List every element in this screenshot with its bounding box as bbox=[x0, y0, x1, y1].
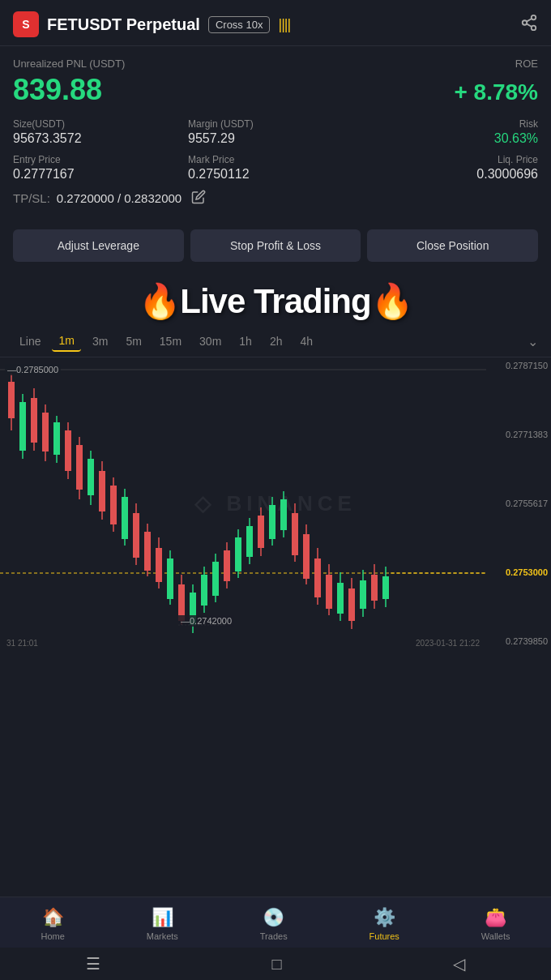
svg-point-1 bbox=[523, 20, 528, 25]
timeframe-bar: Line 1m 3m 5m 15m 30m 1h 2h 4h ⌄ bbox=[0, 326, 551, 357]
symbol-icon: S bbox=[13, 11, 39, 37]
pnl-section: Unrealized PNL (USDT) ROE 839.88 + 8.78%… bbox=[0, 46, 551, 226]
system-back-button[interactable]: ◁ bbox=[453, 954, 465, 974]
live-trading-banner: 🔥Live Trading🔥 bbox=[0, 273, 551, 326]
pnl-header-row: Unrealized PNL (USDT) ROE bbox=[13, 58, 538, 70]
pnl-value: 839.88 bbox=[13, 73, 102, 107]
time-label-2: 2023-01-31 21:22 bbox=[416, 639, 480, 648]
symbol-name: FETUSDT Perpetual bbox=[47, 15, 200, 34]
entry-stat: Entry Price 0.2777167 bbox=[13, 154, 188, 182]
svg-line-4 bbox=[527, 18, 532, 21]
markets-icon: 📊 bbox=[152, 907, 173, 928]
nav-wallets-label: Wallets bbox=[481, 931, 510, 941]
candlestick-chart bbox=[0, 357, 486, 649]
tf-4h[interactable]: 4h bbox=[293, 332, 319, 351]
tf-expand-icon[interactable]: ⌄ bbox=[528, 334, 538, 349]
system-home-button[interactable]: □ bbox=[271, 955, 281, 974]
size-stat: Size(USDT) 95673.3572 bbox=[13, 118, 188, 146]
roe-label: ROE bbox=[515, 58, 538, 70]
svg-line-3 bbox=[527, 24, 532, 27]
entry-value: 0.2777167 bbox=[13, 167, 188, 182]
edit-icon[interactable] bbox=[191, 190, 206, 207]
size-value: 95673.3572 bbox=[13, 131, 188, 146]
leverage-badge[interactable]: Cross 10x bbox=[208, 16, 271, 33]
share-icon[interactable] bbox=[520, 14, 538, 36]
tf-3m[interactable]: 3m bbox=[86, 332, 114, 351]
tpsl-row: TP/SL: 0.2720000 / 0.2832000 bbox=[13, 190, 538, 207]
home-icon: 🏠 bbox=[42, 907, 64, 928]
nav-markets-label: Markets bbox=[147, 931, 178, 941]
system-navigation: ☰ □ ◁ bbox=[0, 948, 551, 980]
mark-stat: Mark Price 0.2750112 bbox=[188, 154, 363, 182]
roe-value: + 8.78% bbox=[454, 79, 538, 105]
tf-1m[interactable]: 1m bbox=[52, 331, 80, 352]
tpsl-label: TP/SL: bbox=[13, 191, 50, 205]
futures-icon: ⚙️ bbox=[374, 907, 395, 928]
mark-value: 0.2750112 bbox=[188, 167, 363, 182]
liq-value: 0.3000696 bbox=[363, 167, 538, 182]
price-label-1: 0.2787150 bbox=[489, 361, 548, 370]
chart-container: Line 1m 3m 5m 15m 30m 1h 2h 4h ⌄ ◇ BINAN… bbox=[0, 326, 551, 649]
nav-home[interactable]: 🏠 Home bbox=[31, 904, 74, 944]
price-labels: 0.2787150 0.2771383 0.2755617 0.2753000 … bbox=[486, 357, 551, 649]
liq-stat: Liq. Price 0.3000696 bbox=[363, 154, 538, 182]
unrealized-pnl-label: Unrealized PNL (USDT) bbox=[13, 58, 125, 70]
tf-15m[interactable]: 15m bbox=[153, 332, 188, 351]
tf-line[interactable]: Line bbox=[13, 332, 47, 351]
margin-stat: Margin (USDT) 9557.29 bbox=[188, 118, 363, 146]
stop-profit-loss-button[interactable]: Stop Profit & Loss bbox=[190, 229, 361, 262]
entry-label: Entry Price bbox=[13, 154, 188, 165]
stats-grid: Size(USDT) 95673.3572 Margin (USDT) 9557… bbox=[13, 118, 538, 182]
time-labels: 31 21:01 2023-01-31 21:22 bbox=[0, 637, 486, 649]
live-trading-text: 🔥Live Trading🔥 bbox=[139, 282, 412, 320]
system-menu-button[interactable]: ☰ bbox=[86, 954, 100, 974]
price-label-2: 0.2771383 bbox=[489, 430, 548, 439]
margin-value: 9557.29 bbox=[188, 131, 363, 146]
bars-icon: |||| bbox=[278, 16, 290, 33]
risk-label: Risk bbox=[363, 118, 538, 130]
nav-futures-label: Futures bbox=[369, 931, 399, 941]
time-label-1: 31 21:01 bbox=[6, 639, 38, 648]
margin-label: Margin (USDT) bbox=[188, 118, 363, 130]
chart-area[interactable]: ◇ BINANCE bbox=[0, 357, 551, 649]
bottom-price-marker: —0.2742000 bbox=[178, 615, 234, 627]
tpsl-value: 0.2720000 / 0.2832000 bbox=[57, 191, 182, 205]
nav-markets[interactable]: 📊 Markets bbox=[137, 904, 188, 944]
wallets-icon: 👛 bbox=[485, 907, 506, 928]
risk-stat: Risk 30.63% bbox=[363, 118, 538, 146]
svg-point-0 bbox=[532, 15, 536, 19]
price-label-3: 0.2755617 bbox=[489, 499, 548, 508]
trades-icon: 💿 bbox=[263, 907, 284, 928]
tf-1h[interactable]: 1h bbox=[233, 332, 258, 351]
size-label: Size(USDT) bbox=[13, 118, 188, 130]
liq-label: Liq. Price bbox=[363, 154, 538, 165]
svg-point-2 bbox=[532, 25, 536, 29]
left-price-label: —0.2785000 bbox=[5, 364, 61, 375]
price-label-highlight: 0.2753000 bbox=[489, 567, 548, 577]
action-buttons: Adjust Leverage Stop Profit & Loss Close… bbox=[0, 226, 551, 273]
tf-5m[interactable]: 5m bbox=[119, 332, 147, 351]
nav-futures[interactable]: ⚙️ Futures bbox=[360, 904, 409, 944]
nav-trades-label: Trades bbox=[260, 931, 288, 941]
nav-trades[interactable]: 💿 Trades bbox=[250, 904, 297, 944]
header: S FETUSDT Perpetual Cross 10x |||| bbox=[0, 0, 551, 46]
close-position-button[interactable]: Close Position bbox=[367, 229, 538, 262]
mark-label: Mark Price bbox=[188, 154, 363, 165]
tf-30m[interactable]: 30m bbox=[193, 332, 228, 351]
adjust-leverage-button[interactable]: Adjust Leverage bbox=[13, 229, 184, 262]
price-label-4: 0.2739850 bbox=[489, 636, 548, 646]
nav-home-label: Home bbox=[41, 931, 64, 941]
bottom-navigation: 🏠 Home 📊 Markets 💿 Trades ⚙️ Futures 👛 W… bbox=[0, 897, 551, 948]
tf-2h[interactable]: 2h bbox=[263, 332, 289, 351]
nav-wallets[interactable]: 👛 Wallets bbox=[472, 904, 520, 944]
risk-value: 30.63% bbox=[363, 131, 538, 146]
pnl-values-row: 839.88 + 8.78% bbox=[13, 73, 538, 107]
